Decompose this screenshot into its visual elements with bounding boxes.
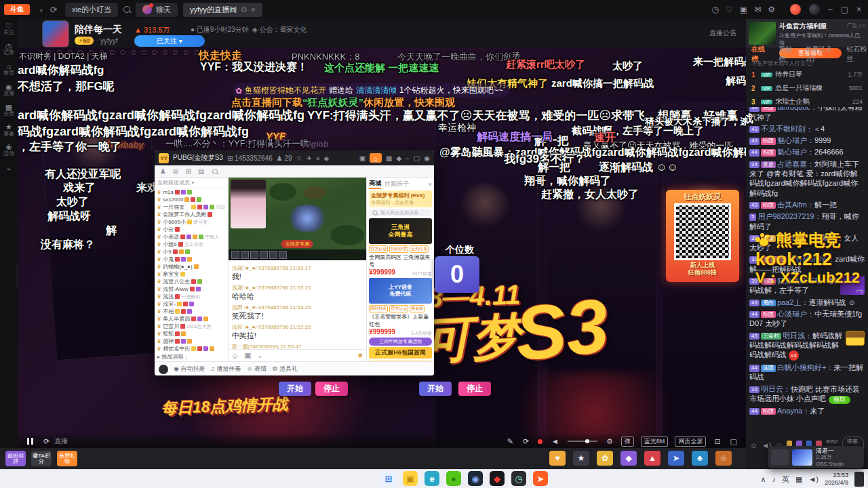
settings-gear-icon[interactable]: ⚙ xyxy=(606,437,613,446)
yy-member-row[interactable]: ♛小表达中风人 xyxy=(155,233,228,241)
yy-plane-icon[interactable]: ✈ xyxy=(307,155,312,162)
chat-username[interactable]: 薯任Murphy： xyxy=(788,255,835,263)
yy-member-row[interactable]: ♛浅浅一把梭哈 xyxy=(155,293,228,300)
yy-input-field[interactable] xyxy=(269,352,352,360)
player-badge-网页全屏[interactable]: 网页全屏 xyxy=(675,436,706,447)
recharge-avatar[interactable] xyxy=(790,4,801,15)
pause-button[interactable] xyxy=(27,438,33,445)
notification-center-button[interactable] xyxy=(854,472,864,487)
footer-emote-icon[interactable]: ☺ xyxy=(750,441,757,449)
user-avatar[interactable] xyxy=(809,4,820,15)
sidebar-item-直播[interactable]: ◉直播 xyxy=(3,83,14,97)
yy-home-button[interactable]: ⌂ xyxy=(370,153,382,163)
chat-messages[interactable]: 50梦之瑞紫嫣瑞瑞：圣天剑吓39粉团琴酷天老师m：时付瑞瑞关注 赢又赢不了☹天天… xyxy=(746,107,868,415)
yy-favorite-icon[interactable]: ☆ xyxy=(296,155,302,162)
yy-member-row[interactable]: ♛一只猫友、7/20 xyxy=(155,203,228,211)
chat-tab[interactable]: 聊天 xyxy=(136,3,178,17)
tray-clock[interactable]: 23:532026/4/8 xyxy=(825,472,848,487)
yy-tv-icon[interactable]: ▣ xyxy=(359,155,366,162)
yy-member-row[interactable]: ♛sx12000 xyxy=(155,196,228,203)
yy-power-icon[interactable]: ◉ xyxy=(424,155,430,162)
start-button[interactable]: 开始 xyxy=(279,382,311,396)
player-refresh-icon[interactable]: ⟳ xyxy=(43,437,50,446)
yy-member-row[interactable]: ♛浅宝- xyxy=(155,300,228,308)
sidebar-item-分类[interactable]: ▦分类 xyxy=(3,103,14,117)
yy-member-row[interactable]: ♛精饮名中街 xyxy=(155,345,228,352)
chat-username[interactable]: Anayna： xyxy=(777,407,810,415)
chat-username[interactable]: 明日云： xyxy=(761,385,791,393)
yy-member-header[interactable]: 当前频道成员 ▾ xyxy=(155,178,228,188)
tray-caret-icon[interactable]: ∧ xyxy=(760,475,766,484)
taskbar-app[interactable]: ➤ xyxy=(533,471,548,486)
sidebar-item-关注[interactable]: ♡关注 xyxy=(3,22,14,36)
sidebar-item-活动[interactable]: ❀活动 xyxy=(3,143,14,157)
announcement-link[interactable]: 直播公告 xyxy=(709,28,736,38)
yy-input-icon[interactable]: ☺ xyxy=(231,352,239,360)
shop-banner[interactable]: 金陵梦专属福利 (R6S) 升级福利，点击查看 xyxy=(369,190,432,207)
titlebar-icon[interactable]: ♡ xyxy=(726,5,733,14)
edit-icon[interactable]: ✎ xyxy=(507,437,513,446)
yy-dock-播放伴奏[interactable]: ♫ 播放伴奏 xyxy=(210,365,241,373)
taskbar-app[interactable]: ◷ xyxy=(511,471,526,486)
taskbar-app[interactable]: ⊞ xyxy=(381,471,396,486)
ad-thumbnail[interactable]: 广告 xyxy=(840,276,865,295)
chat-username[interactable]: 明日浅： xyxy=(783,331,812,340)
yy-game-icon[interactable]: ◆ xyxy=(397,155,402,162)
yy-member-row[interactable]: ♛美人半遮面 xyxy=(155,315,228,323)
ad-panel[interactable]: 广告 | × 斗鱼官方福利服 斗鱼用户专享福利！2858888人已领 查看领取 xyxy=(746,19,868,47)
shop-tab-mall[interactable]: 商城 xyxy=(369,179,381,189)
tray-volume-icon[interactable]: ◄) xyxy=(808,475,818,483)
shop-tab-history[interactable]: 往期乐子 xyxy=(384,180,409,188)
chat-username[interactable]: 白帆小狼狗好+： xyxy=(777,363,833,371)
chat-username[interactable]: 占适嘉嘉： xyxy=(777,160,814,168)
player-badge-蓝光8M[interactable]: 蓝光8M xyxy=(641,436,669,447)
yy-input-icon[interactable]: ▣ xyxy=(244,351,251,360)
room-tab[interactable]: yyfyy的直播间 ⊙ × xyxy=(183,3,262,17)
sidebar-item-首页[interactable]: ⌂首页 xyxy=(3,62,14,77)
tray-keyboard-icon[interactable]: ▦ xyxy=(795,475,802,484)
gift-item[interactable]: ★ xyxy=(573,451,589,466)
yy-dock-道具礼[interactable]: ⚙ 道具礼 xyxy=(272,365,298,373)
pin-icon[interactable]: ⊙ xyxy=(241,5,247,14)
treasure-chest-icon[interactable] xyxy=(846,331,865,346)
chat-username[interactable]: 魅心瑞户： xyxy=(777,136,814,144)
start-button[interactable]: 开始 xyxy=(419,382,452,396)
yy-member-list[interactable]: 当前频道成员 ▾ ♛m1a♛sx12000♛一只猫友、7/20♛金陵梦工作人员树… xyxy=(155,178,229,361)
gift-item[interactable]: ▲ xyxy=(644,451,660,466)
shop-product[interactable]: 上YY语音免费代练限时秒杀官方认证慢必赔《王者荣耀世界》上架赢红包¥999999… xyxy=(369,278,432,336)
close-icon[interactable]: × xyxy=(856,5,861,14)
chat-username[interactable]: 魁心瑞户： xyxy=(777,148,814,156)
pip-icon[interactable]: ⊡ xyxy=(714,437,720,446)
refresh-icon[interactable]: ⟳ xyxy=(47,5,60,15)
claim-pill[interactable]: 领取 xyxy=(829,396,850,404)
yy-tool-icon[interactable]: ▤ xyxy=(198,167,204,175)
volume-icon[interactable]: ◄ xyxy=(551,437,559,445)
stop-button[interactable]: 停止 xyxy=(315,382,348,396)
yy-share-icon[interactable]: « xyxy=(316,155,320,162)
dock-戴粉丝牌[interactable]: 戴粉丝牌 xyxy=(5,451,26,466)
rank-row[interactable]: 3VIP宋瑞士企鹅224 xyxy=(746,95,868,108)
yy-minimize-icon[interactable]: – xyxy=(406,155,410,162)
follow-button[interactable]: 已关注 ▾ xyxy=(134,35,205,47)
yy-dock-表情[interactable]: ☺ 表情 xyxy=(247,365,267,373)
titlebar-icon[interactable]: ✉ xyxy=(754,5,761,14)
chat-username[interactable]: Alanbzdr： xyxy=(777,234,814,242)
yy-member-row[interactable]: ♛小6605小梦可爱 xyxy=(155,218,228,226)
yy-chat-messages[interactable]: 浅霜 \●_●/ 0379885796 21:53:17我!浅霜 \●_●/ 0… xyxy=(229,260,367,349)
yy-member-row[interactable]: ♛小鬼 xyxy=(155,256,228,263)
chat-username[interactable]: 击其Aifm： xyxy=(777,201,814,209)
streamer-avatar[interactable] xyxy=(42,20,69,47)
yy-tool-icon[interactable]: ♟ xyxy=(160,167,166,175)
tray-language[interactable]: 英 xyxy=(782,474,789,485)
shop-close-icon[interactable]: × xyxy=(429,181,432,188)
yy-member-row[interactable]: ♛浅暂八公主 xyxy=(155,278,228,285)
taskbar-app[interactable]: ◉ xyxy=(468,471,483,486)
yy-client-window[interactable]: YY PUBG(金陵梦S3 ⊞ 1453352646 ♟ 29 ☆ ✈ « ◈ … xyxy=(155,150,434,375)
maximize-icon[interactable]: ▢ xyxy=(841,5,848,14)
yy-member-row[interactable]: ♛金陵梦工作人员树 xyxy=(155,211,228,218)
yy-member-row[interactable]: ♛浅暂-Aiww xyxy=(155,285,228,293)
back-icon[interactable]: ‹ xyxy=(35,5,47,15)
sidebar-item-赛事[interactable]: ★赛事 xyxy=(3,123,14,137)
yy-charm-medal-icon[interactable]: ★ xyxy=(357,351,363,360)
shop-promo-button[interactable]: 正式服H6包国首周 xyxy=(369,347,432,359)
